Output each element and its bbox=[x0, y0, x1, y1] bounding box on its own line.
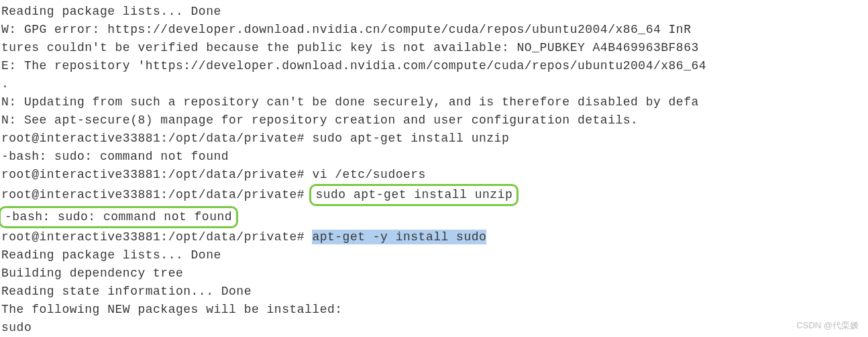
terminal-line: N: See apt-secure(8) manpage for reposit… bbox=[1, 111, 867, 130]
command-text: vi /etc/sudoers bbox=[312, 168, 426, 181]
terminal-line: The following NEW packages will be insta… bbox=[1, 301, 867, 319]
prompt-text: root@interactive33881:/opt/data/private# bbox=[1, 230, 312, 244]
terminal-line: Reading state information... Done bbox=[1, 283, 867, 301]
terminal-line: Reading package lists... Done bbox=[1, 246, 867, 264]
terminal-line: E: The repository 'https://developer.dow… bbox=[1, 57, 867, 75]
terminal-line: sudo bbox=[1, 319, 867, 337]
command-text: sudo apt-get install unzip bbox=[315, 188, 512, 201]
selected-command: apt-get -y install sudo bbox=[312, 230, 486, 244]
terminal-line: -bash: sudo: command not found bbox=[1, 206, 867, 228]
terminal-line: W: GPG error: https://developer.download… bbox=[1, 21, 867, 39]
output-text: E: The repository 'https://developer.dow… bbox=[1, 59, 706, 73]
output-text: tures couldn't be verified because the p… bbox=[1, 41, 699, 54]
output-text: The following NEW packages will be insta… bbox=[1, 303, 343, 316]
highlighted-command: sudo apt-get install unzip bbox=[309, 184, 519, 206]
output-text: N: Updating from such a repository can't… bbox=[1, 95, 699, 109]
prompt-text: root@interactive33881:/opt/data/private# bbox=[1, 188, 312, 201]
terminal-line: root@interactive33881:/opt/data/private#… bbox=[1, 184, 867, 206]
output-text: -bash: sudo: command not found bbox=[1, 150, 229, 163]
output-text: Reading state information... Done bbox=[1, 285, 252, 298]
output-text: sudo bbox=[1, 321, 32, 334]
terminal-line: Building dependency tree bbox=[1, 264, 867, 283]
output-text: -bash: sudo: command not found bbox=[5, 210, 232, 224]
terminal-line: N: Updating from such a repository can't… bbox=[1, 93, 867, 111]
output-text: N: See apt-secure(8) manpage for reposit… bbox=[1, 113, 638, 127]
terminal-line: -bash: sudo: command not found bbox=[1, 148, 867, 166]
output-text: Building dependency tree bbox=[1, 267, 183, 280]
output-text: . bbox=[1, 77, 9, 91]
terminal-line: Reading package lists... Done bbox=[1, 3, 867, 21]
output-text: Reading package lists... Done bbox=[1, 248, 221, 262]
terminal-line: tures couldn't be verified because the p… bbox=[1, 39, 867, 57]
output-text: W: GPG error: https://developer.download… bbox=[1, 23, 691, 36]
terminal-line: . bbox=[1, 75, 867, 93]
command-text: sudo apt-get install unzip bbox=[312, 132, 509, 145]
command-text: apt-get -y install sudo bbox=[312, 230, 486, 244]
watermark-text: CSDN @代栾嫒 bbox=[796, 319, 859, 332]
prompt-text: root@interactive33881:/opt/data/private# bbox=[1, 168, 312, 181]
terminal-line: root@interactive33881:/opt/data/private#… bbox=[1, 130, 867, 148]
terminal-line: root@interactive33881:/opt/data/private#… bbox=[1, 166, 867, 184]
highlighted-error: -bash: sudo: command not found bbox=[0, 206, 238, 228]
prompt-text: root@interactive33881:/opt/data/private# bbox=[1, 132, 312, 145]
terminal-line: root@interactive33881:/opt/data/private#… bbox=[1, 228, 867, 246]
output-text: Reading package lists... Done bbox=[1, 5, 221, 18]
